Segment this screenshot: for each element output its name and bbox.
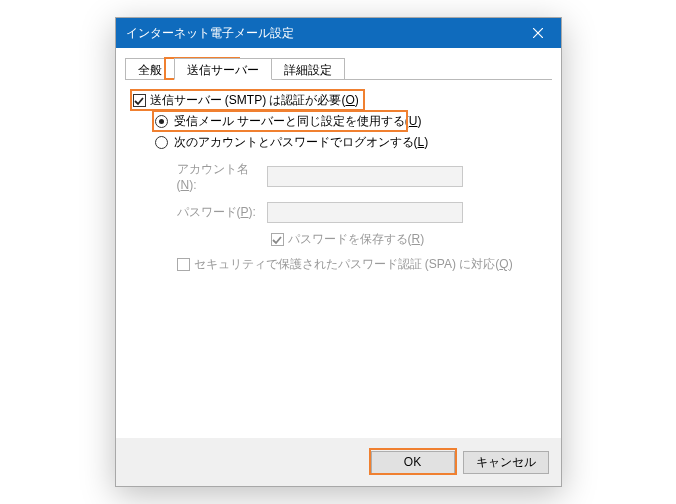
spa-checkbox bbox=[177, 258, 190, 271]
tab-bar: 全般 送信サーバー 詳細設定 bbox=[125, 58, 552, 80]
smtp-auth-checkbox[interactable] bbox=[133, 94, 146, 107]
password-label: パスワード(P): bbox=[177, 204, 267, 221]
tab-outgoing-server[interactable]: 送信サーバー bbox=[174, 58, 272, 80]
save-password-label: パスワードを保存する(R) bbox=[288, 231, 425, 248]
save-password-row: パスワードを保存する(R) bbox=[271, 231, 544, 248]
dialog-body: 全般 送信サーバー 詳細設定 送信サーバー (SMTP) は認証が必要(O) 受… bbox=[116, 48, 561, 438]
cancel-button[interactable]: キャンセル bbox=[463, 451, 549, 474]
logon-other-radio[interactable] bbox=[155, 136, 168, 149]
password-row: パスワード(P): bbox=[177, 202, 544, 223]
account-input bbox=[267, 166, 463, 187]
account-row: アカウント名(N): bbox=[177, 161, 544, 192]
account-label: アカウント名(N): bbox=[177, 161, 267, 192]
tab-content-outgoing: 送信サーバー (SMTP) は認証が必要(O) 受信メール サーバーと同じ設定を… bbox=[125, 80, 552, 273]
use-same-settings-label: 受信メール サーバーと同じ設定を使用する(U) bbox=[174, 113, 422, 130]
save-password-checkbox bbox=[271, 233, 284, 246]
ok-button[interactable]: OK bbox=[371, 451, 455, 474]
close-button[interactable] bbox=[516, 18, 561, 48]
close-icon bbox=[533, 28, 543, 38]
email-settings-dialog: インターネット電子メール設定 全般 送信サーバー 詳細設定 送信サーバー (SM… bbox=[115, 17, 562, 487]
dialog-footer: OK キャンセル bbox=[116, 438, 561, 486]
tab-advanced[interactable]: 詳細設定 bbox=[271, 58, 345, 79]
check-icon bbox=[134, 96, 144, 106]
password-input bbox=[267, 202, 463, 223]
titlebar: インターネット電子メール設定 bbox=[116, 18, 561, 48]
logon-other-label: 次のアカウントとパスワードでログオンする(L) bbox=[174, 134, 429, 151]
dialog-title: インターネット電子メール設定 bbox=[126, 25, 516, 42]
smtp-auth-row[interactable]: 送信サーバー (SMTP) は認証が必要(O) bbox=[133, 92, 544, 109]
tab-general[interactable]: 全般 bbox=[125, 58, 175, 79]
use-same-settings-row[interactable]: 受信メール サーバーと同じ設定を使用する(U) bbox=[155, 113, 544, 130]
check-icon bbox=[272, 235, 282, 245]
spa-row: セキュリティで保護されたパスワード認証 (SPA) に対応(Q) bbox=[177, 256, 544, 273]
logon-other-row[interactable]: 次のアカウントとパスワードでログオンする(L) bbox=[155, 134, 544, 151]
smtp-auth-label: 送信サーバー (SMTP) は認証が必要(O) bbox=[150, 92, 359, 109]
use-same-settings-radio[interactable] bbox=[155, 115, 168, 128]
spa-label: セキュリティで保護されたパスワード認証 (SPA) に対応(Q) bbox=[194, 256, 513, 273]
